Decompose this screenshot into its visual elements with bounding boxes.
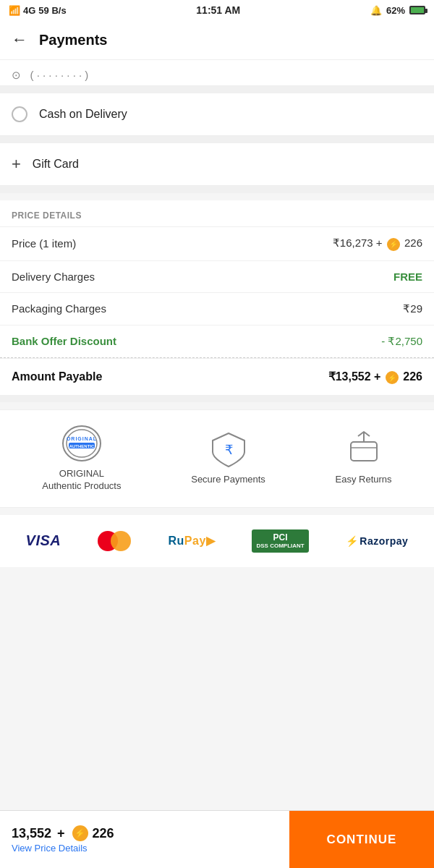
- cod-label: Cash on Delivery: [39, 108, 127, 121]
- razorpay-text: Razorpay: [359, 535, 408, 547]
- razorpay-symbol: ⚡: [346, 535, 359, 547]
- svg-text:AUTHENTIC: AUTHENTIC: [69, 444, 95, 448]
- trust-item-returns: Easy Returns: [336, 430, 392, 486]
- price-row-discount: Bank Offer Discount - ₹2,750: [0, 326, 434, 358]
- price-row-total: Amount Payable ₹13,552 + ⚡ 226: [0, 358, 434, 396]
- total-value: ₹13,552 + ⚡ 226: [328, 370, 422, 385]
- bottom-spacer: [0, 567, 434, 632]
- add-gift-card-icon: +: [12, 156, 21, 172]
- price-row-item: Price (1 item) ₹16,273 + ⚡ 226: [0, 227, 434, 261]
- bottom-plus: +: [57, 826, 65, 841]
- svg-text:₹: ₹: [224, 443, 232, 457]
- pci-dss-text: DSS COMPLIANT: [256, 542, 304, 550]
- status-bar: 📶 4G 59 B/s 11:51 AM 🔔 62%: [0, 0, 434, 20]
- alarm-icon: 🔔: [370, 5, 382, 16]
- divider-2: [0, 136, 434, 143]
- delivery-label: Delivery Charges: [12, 271, 95, 283]
- view-price-details-link[interactable]: View Price Details: [12, 843, 278, 854]
- packaging-value: ₹29: [403, 302, 422, 315]
- discount-label: Bank Offer Discount: [12, 335, 116, 347]
- status-battery: 🔔 62%: [370, 5, 425, 16]
- divider-4: [0, 395, 434, 402]
- page-title: Payments: [39, 32, 108, 48]
- price-item-value: ₹16,273 + ⚡ 226: [333, 237, 422, 251]
- battery-icon: [409, 6, 425, 14]
- bottom-price-section: 13,552 + ⚡ 226 View Price Details: [0, 811, 289, 868]
- bottom-coins: 226: [93, 826, 114, 841]
- rupay-logo: RuPay▶: [169, 534, 216, 548]
- price-details-title: PRICE DETAILS: [0, 200, 434, 227]
- bottom-coin-icon: ⚡: [72, 825, 88, 841]
- bottom-price-row: 13,552 + ⚡ 226: [12, 825, 278, 841]
- divider-1: [0, 86, 434, 93]
- gift-card-label: Gift Card: [33, 158, 79, 171]
- trust-badges-section: ORIGINAL AUTHENTIC ORIGINALAuthentic Pro…: [0, 409, 434, 508]
- visa-logo: VISA: [26, 532, 61, 549]
- status-time: 11:51 AM: [196, 4, 240, 16]
- rupay-arrow-icon: Pay▶: [184, 534, 215, 548]
- partial-scrolled-item: ⊙ ( · · · · · · · · ): [0, 60, 434, 86]
- payment-logos-section: VISA RuPay▶ PCI DSS COMPLIANT ⚡ Razorpay: [0, 515, 434, 567]
- svg-rect-6: [351, 442, 377, 461]
- mc-orange-circle: [111, 531, 131, 551]
- trust-item-secure: ₹ Secure Payments: [191, 430, 265, 486]
- easy-returns-icon: [344, 430, 384, 468]
- divider-3: [0, 186, 434, 193]
- pci-logo: PCI DSS COMPLIANT: [252, 529, 308, 553]
- partial-text: ⊙ ( · · · · · · · · ): [12, 69, 88, 81]
- packaging-label: Packaging Charges: [12, 302, 106, 315]
- total-label: Amount Payable: [12, 370, 102, 383]
- signal-icon: 📶: [9, 5, 20, 16]
- trust-item-original: ORIGINAL AUTHENTIC ORIGINALAuthentic Pro…: [42, 425, 121, 493]
- bottom-price-value: 13,552: [12, 826, 51, 841]
- pci-text: PCI: [273, 532, 288, 542]
- discount-value: - ₹2,750: [381, 335, 422, 348]
- secure-payments-icon: ₹: [208, 430, 249, 468]
- network-type: 4G: [23, 5, 35, 16]
- coin-icon: ⚡: [387, 238, 400, 251]
- bottom-bar: 13,552 + ⚡ 226 View Price Details CONTIN…: [0, 810, 434, 868]
- mastercard-logo: [98, 531, 131, 551]
- total-coin-icon: ⚡: [386, 371, 399, 384]
- original-badge-icon: ORIGINAL AUTHENTIC: [61, 425, 102, 462]
- continue-button[interactable]: CONTINUE: [289, 811, 434, 868]
- original-label: ORIGINALAuthentic Products: [42, 468, 121, 493]
- gift-card-section[interactable]: + Gift Card: [0, 143, 434, 186]
- radio-button-cod[interactable]: [12, 106, 27, 122]
- price-row-delivery: Delivery Charges FREE: [0, 261, 434, 293]
- page-header: ← Payments: [0, 20, 434, 60]
- price-item-label: Price (1 item): [12, 237, 76, 250]
- easy-returns-label: Easy Returns: [336, 474, 392, 486]
- delivery-value: FREE: [393, 271, 422, 283]
- battery-percent: 62%: [386, 5, 405, 16]
- secure-payments-label: Secure Payments: [191, 474, 265, 486]
- price-row-packaging: Packaging Charges ₹29: [0, 293, 434, 326]
- svg-text:ORIGINAL: ORIGINAL: [67, 436, 97, 441]
- back-button[interactable]: ←: [12, 30, 27, 49]
- razorpay-logo: ⚡ Razorpay: [346, 535, 409, 547]
- cash-on-delivery-option[interactable]: Cash on Delivery: [0, 93, 434, 136]
- speed-indicator: 59 B/s: [38, 5, 66, 16]
- status-signal: 📶 4G 59 B/s: [9, 5, 67, 16]
- price-details-section: PRICE DETAILS Price (1 item) ₹16,273 + ⚡…: [0, 200, 434, 395]
